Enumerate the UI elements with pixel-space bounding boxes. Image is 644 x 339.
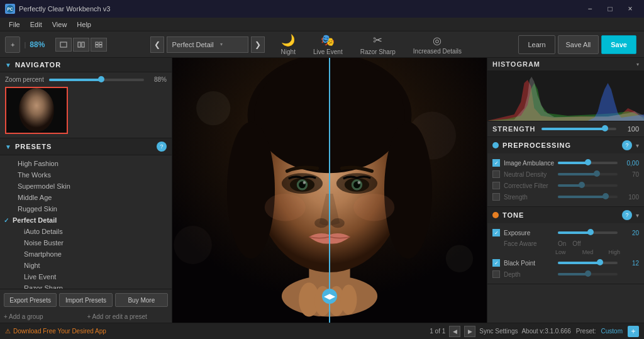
import-presets-button[interactable]: Import Presets bbox=[59, 293, 112, 307]
svg-point-34 bbox=[265, 194, 306, 221]
page-prev-button[interactable]: ◀ bbox=[449, 326, 460, 337]
tab-live-event[interactable]: 🎭 Live Event bbox=[307, 31, 349, 58]
split-handle[interactable]: ◀▶ bbox=[322, 289, 337, 304]
zoom-value: 88% bbox=[149, 76, 167, 83]
preset-supermodel-skin[interactable]: Supermodel Skin bbox=[0, 181, 172, 192]
grid-view-button[interactable] bbox=[91, 38, 107, 52]
corrective-filter-thumb[interactable] bbox=[579, 182, 585, 188]
neutral-density-slider[interactable] bbox=[558, 173, 618, 175]
strength-thumb[interactable] bbox=[602, 125, 608, 131]
histogram-title: HISTOGRAM bbox=[492, 60, 540, 68]
preset-nav-left[interactable]: ❮ bbox=[150, 36, 164, 53]
exposure-checkbox[interactable] bbox=[492, 229, 500, 236]
toolbar: + | 88% ❮ Perfect Detail ▾ ❯ 🌙 Night 🎭 L… bbox=[0, 31, 644, 58]
depth-slider[interactable] bbox=[558, 273, 618, 275]
tab-razor-sharp[interactable]: ✂ Razor Sharp bbox=[354, 31, 402, 58]
preset-selector: ❮ Perfect Detail ▾ ❯ 🌙 Night 🎭 Live Even… bbox=[150, 31, 475, 58]
tone-section: TONE ? ▾ Exposure 20 Face bbox=[487, 207, 644, 284]
tone-help-badge[interactable]: ? bbox=[622, 210, 632, 220]
tab-increased-details[interactable]: ◎ Increased Details bbox=[407, 32, 468, 57]
menu-edit[interactable]: Edit bbox=[25, 18, 47, 31]
minimize-button[interactable]: − bbox=[581, 3, 599, 15]
preset-night[interactable]: Night bbox=[0, 260, 172, 271]
preset-live-event[interactable]: Live Event bbox=[0, 271, 172, 282]
add-preset-link[interactable]: + Add or edit a preset bbox=[87, 313, 169, 320]
black-point-checkbox[interactable] bbox=[492, 259, 500, 267]
preset-rugged-skin[interactable]: Rugged Skin bbox=[0, 203, 172, 214]
face-aware-off[interactable]: Off bbox=[572, 240, 580, 247]
export-presets-button[interactable]: Export Presets bbox=[4, 293, 57, 307]
preset-nav-right[interactable]: ❯ bbox=[251, 36, 265, 53]
preset-dropdown[interactable]: Perfect Detail ▾ bbox=[167, 36, 248, 53]
preprocessing-strength-checkbox[interactable] bbox=[492, 193, 500, 201]
save-all-button[interactable]: Save All bbox=[558, 35, 599, 54]
navigator-header[interactable]: ▼ NAVIGATOR bbox=[0, 58, 172, 72]
split-view-button[interactable] bbox=[73, 38, 89, 52]
preset-the-works[interactable]: The Works bbox=[0, 169, 172, 181]
tab-night[interactable]: 🌙 Night bbox=[275, 31, 302, 58]
new-button[interactable]: + bbox=[5, 36, 20, 53]
presets-header[interactable]: ▼ PRESETS ? bbox=[0, 138, 172, 155]
preset-high-fashion[interactable]: High Fashion bbox=[0, 158, 172, 169]
preprocessing-strength-thumb[interactable] bbox=[602, 193, 609, 199]
image-ambulance-slider[interactable] bbox=[558, 162, 618, 164]
black-point-slider[interactable] bbox=[558, 262, 618, 264]
depth-row: Depth bbox=[492, 269, 639, 280]
navigator-thumbnail[interactable] bbox=[5, 87, 68, 134]
exposure-label: Exposure bbox=[504, 230, 554, 236]
image-ambulance-checkbox[interactable] bbox=[492, 159, 500, 167]
preset-smartphone[interactable]: Smartphone bbox=[0, 248, 172, 260]
exposure-slider[interactable] bbox=[558, 231, 618, 234]
image-ambulance-thumb[interactable] bbox=[585, 159, 591, 165]
zoom-slider[interactable] bbox=[49, 79, 144, 81]
corrective-filter-checkbox[interactable] bbox=[492, 182, 500, 189]
tab-razor-sharp-label: Razor Sharp bbox=[360, 48, 396, 55]
close-button[interactable]: × bbox=[621, 3, 639, 15]
titlebar-controls: − □ × bbox=[581, 3, 639, 15]
buy-more-button[interactable]: Buy More bbox=[115, 293, 168, 307]
svg-point-14 bbox=[446, 245, 473, 272]
sync-settings-button[interactable]: Sync Settings bbox=[479, 328, 518, 335]
exposure-thumb[interactable] bbox=[587, 229, 594, 235]
preset-middle-age[interactable]: Middle Age bbox=[0, 192, 172, 203]
svg-rect-6 bbox=[99, 42, 102, 45]
menu-file[interactable]: File bbox=[4, 18, 25, 31]
zoom-slider-thumb[interactable] bbox=[98, 76, 104, 82]
add-group-link[interactable]: + Add a group bbox=[4, 313, 85, 320]
neutral-density-thumb[interactable] bbox=[594, 170, 600, 177]
preprocessing-header[interactable]: PREPROCESSING ? ▾ bbox=[487, 137, 644, 153]
tone-arrow-icon: ▾ bbox=[636, 212, 639, 219]
corrective-filter-slider[interactable] bbox=[558, 184, 618, 187]
view-buttons bbox=[55, 38, 107, 52]
learn-button[interactable]: Learn bbox=[518, 35, 555, 54]
depth-checkbox[interactable] bbox=[492, 270, 500, 278]
presets-help-badge[interactable]: ? bbox=[157, 142, 167, 152]
face-aware-row: Face Aware On Off bbox=[492, 238, 639, 249]
status-warning: ⚠ Download Free Your Desired App bbox=[5, 328, 106, 335]
black-point-thumb[interactable] bbox=[597, 259, 603, 265]
face-aware-on[interactable]: On bbox=[558, 240, 566, 247]
tone-header[interactable]: TONE ? ▾ bbox=[487, 207, 644, 223]
svg-point-15 bbox=[174, 226, 212, 264]
menu-help[interactable]: Help bbox=[72, 18, 96, 31]
preprocessing-strength-slider[interactable] bbox=[558, 196, 618, 198]
tab-increased-details-label: Increased Details bbox=[413, 48, 462, 55]
single-view-button[interactable] bbox=[55, 38, 72, 52]
preset-noise-buster[interactable]: Noise Buster bbox=[0, 237, 172, 248]
face-aware-label: Face Aware bbox=[504, 240, 554, 247]
preset-razor-sharp[interactable]: Razor Sharp bbox=[0, 282, 172, 289]
menu-view[interactable]: View bbox=[47, 18, 72, 31]
strength-slider[interactable] bbox=[541, 128, 616, 130]
neutral-density-value: 70 bbox=[621, 171, 639, 178]
page-next-button[interactable]: ▶ bbox=[464, 326, 475, 337]
neutral-density-checkbox[interactable] bbox=[492, 170, 500, 178]
preprocessing-help-badge[interactable]: ? bbox=[622, 140, 632, 150]
maximize-button[interactable]: □ bbox=[601, 3, 619, 15]
strength-row: STRENGTH 100 bbox=[487, 121, 644, 137]
save-button[interactable]: Save bbox=[601, 35, 636, 54]
preset-iauto-details[interactable]: iAuto Details bbox=[0, 226, 172, 237]
preset-perfect-detail[interactable]: ✓ Perfect Detail bbox=[0, 214, 172, 226]
svg-point-33 bbox=[331, 218, 345, 228]
status-plus-button[interactable]: + bbox=[628, 326, 639, 337]
depth-thumb[interactable] bbox=[585, 270, 591, 277]
